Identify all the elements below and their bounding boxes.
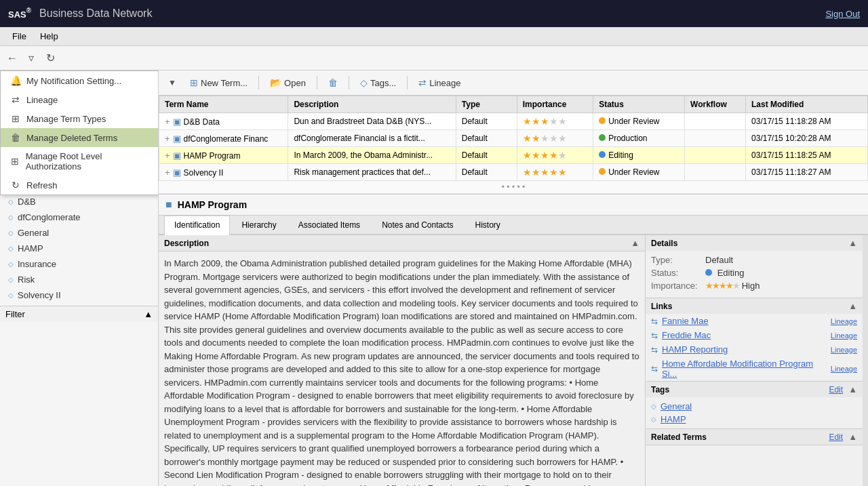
link-lineage[interactable]: Lineage [831,365,857,373]
related-terms-edit-link[interactable]: Edit [829,432,843,442]
col-last-modified[interactable]: Last Modified [746,96,868,113]
related-terms-header: Related Terms Edit ▲ [646,429,863,445]
link-name[interactable]: Freddie Mac [662,330,711,340]
tab-history[interactable]: History [465,216,511,234]
tags-edit-link[interactable]: Edit [829,385,843,394]
diamond-icon: ◇ [8,229,14,237]
tag-diamond-icon: ◇ [651,403,656,410]
expand-btn[interactable]: + [165,134,170,144]
table-row[interactable]: +▣dfConglomerate FinancdfConglomerate Fi… [159,130,868,147]
tab-notes-contacts[interactable]: Notes and Contacts [372,216,463,234]
tag-row: ◇ General [651,400,857,413]
new-term-icon: ⊞ [190,77,198,88]
row-icon: ▣ [173,167,181,178]
nav-back-button[interactable]: ← [4,50,20,66]
new-term-button[interactable]: ⊞ New Term... [183,75,254,91]
dropdown-manage-root-auth[interactable]: ⊞ Manage Root Level Authorizations [1,147,158,176]
dropdown-refresh[interactable]: ↻ Refresh [1,176,158,195]
dropdown-notifications[interactable]: 🔔 My Notification Setting... [1,71,158,90]
sidebar-item-dandb[interactable]: ◇ D&B [0,194,158,209]
row-icon: ▣ [173,117,181,127]
table-row[interactable]: +▣Solvency IIRisk management practices t… [159,164,868,181]
tab-identification[interactable]: Identification [164,216,230,235]
col-status[interactable]: Status [593,96,685,113]
links-collapse-btn[interactable]: ▲ [848,301,857,311]
table-row[interactable]: +▣D&B DataDun and Bradstreet Data D&B (N… [159,113,868,130]
expand-btn[interactable]: + [165,117,170,127]
link-name[interactable]: HAMP Reporting [662,344,728,355]
hamp-title: HAMP Program [178,199,247,210]
link-name[interactable]: Fannie Mae [662,316,709,326]
toolbar-separator-2 [317,76,317,89]
filter-label: Filter [5,309,25,319]
expand-btn[interactable]: + [165,167,170,178]
importance-row: Importance: ★★★★★ High [651,281,857,291]
hamp-icon: ■ [165,199,172,211]
app-title: Business Data Network [39,7,152,20]
expand-btn[interactable]: + [165,150,170,161]
related-terms-collapse-btn[interactable]: ▲ [848,432,857,442]
diamond-icon: ◇ [8,198,14,205]
tag-name[interactable]: HAMP [660,414,686,424]
tags-body: ◇ General ◇ HAMP [646,397,863,428]
bell-icon: 🔔 [10,75,21,86]
importance-value: ★★★★★ High [705,281,760,291]
right-scrollbar[interactable] [863,235,868,486]
type-label: Type: [651,255,705,265]
status-dot [599,117,606,124]
menu-help[interactable]: Help [33,28,65,44]
description-collapse-btn[interactable]: ▲ [631,238,639,248]
ellipsis-row: • • • • • [159,181,868,194]
related-terms-section: Related Terms Edit ▲ [646,429,863,445]
link-name[interactable]: Home Affordable Modification Program Si.… [662,359,831,379]
sidebar-item-solvency-ii[interactable]: ◇ Solvency II [0,287,158,303]
description-panel: Description ▲ In March 2009, the Obama A… [159,235,646,486]
link-chain-icon: ⇆ [651,317,658,326]
open-button[interactable]: 📂 Open [263,75,313,91]
tab-associated-items[interactable]: Associated Items [288,216,370,234]
filter-expand-icon[interactable]: ▲ [144,309,153,319]
sidebar-item-dfconglomerate[interactable]: ◇ dfConglomerate [0,209,158,225]
sidebar-item-hamp[interactable]: ◇ HAMP [0,241,158,256]
sidebar-item-general[interactable]: ◇ General [0,225,158,241]
menu-file[interactable]: File [5,28,33,44]
link-lineage[interactable]: Lineage [831,346,857,354]
col-type[interactable]: Type [456,96,517,113]
tags-button[interactable]: ◇ Tags... [353,75,403,91]
sidebar-item-risk[interactable]: ◇ Risk [0,272,158,287]
diamond-icon: ◇ [8,214,14,221]
sidebar: 🔔 My Notification Setting... ⇄ Lineage ⊞… [0,70,159,486]
tags-collapse-btn[interactable]: ▲ [848,384,857,394]
sign-out-link[interactable]: Sign Out [825,9,860,19]
status-dot-editing [705,269,712,276]
filter-icon-button[interactable]: ▼ [164,75,180,91]
link-chain-icon: ⇆ [651,331,658,340]
link-chain-icon: ⇆ [651,345,658,355]
col-workflow[interactable]: Workflow [685,96,746,113]
sidebar-filter: Filter ▲ [0,306,158,322]
filter-button[interactable]: ▿ [23,50,39,66]
link-lineage[interactable]: Lineage [831,331,857,340]
lineage-button[interactable]: ⇄ Lineage [412,75,467,91]
details-collapse-btn[interactable]: ▲ [848,238,857,248]
col-importance[interactable]: Importance [517,96,593,113]
refresh-button[interactable]: ↻ [42,50,58,66]
row-icon: ▣ [173,134,181,144]
details-section-title: Details [651,239,677,248]
col-description[interactable]: Description [288,96,456,113]
delete-button[interactable]: 🗑 [321,75,344,91]
tab-hierarchy[interactable]: Hierarchy [231,216,286,234]
type-value: Default [705,255,733,265]
col-term-name[interactable]: Term Name [159,96,288,113]
sas-logo: SAS® [8,7,31,21]
diamond-icon: ◇ [8,291,14,299]
link-lineage[interactable]: Lineage [831,317,857,325]
root-auth-icon: ⊞ [10,156,20,167]
dropdown-manage-term-types[interactable]: ⊞ Manage Term Types [1,109,158,128]
tag-name[interactable]: General [660,401,692,411]
dropdown-lineage[interactable]: ⇄ Lineage [1,90,158,109]
lineage-icon: ⇄ [10,94,21,105]
sidebar-item-insurance[interactable]: ◇ Insurance [0,256,158,272]
dropdown-manage-deleted-terms[interactable]: 🗑 Manage Deleted Terms [1,128,158,147]
table-row[interactable]: +▣HAMP ProgramIn March 2009, the Obama A… [159,147,868,164]
